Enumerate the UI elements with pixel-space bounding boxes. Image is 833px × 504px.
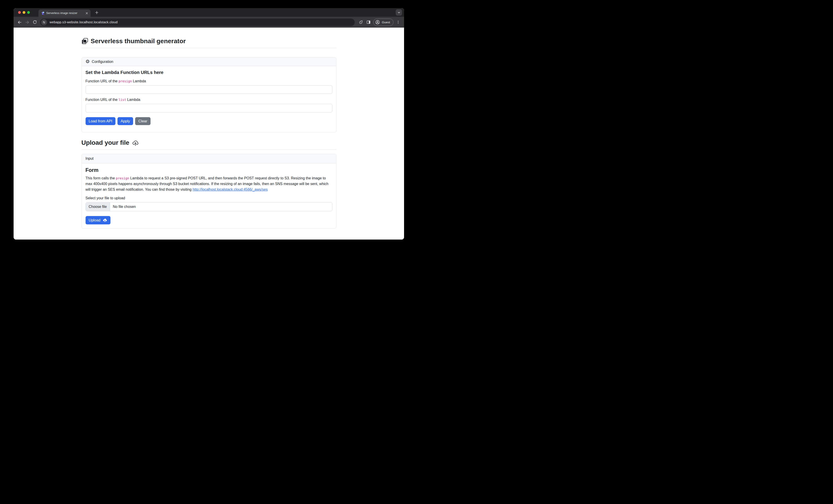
site-settings-icon[interactable]	[41, 19, 47, 25]
energy-saver-icon[interactable]	[357, 18, 365, 26]
window-controls	[14, 11, 32, 14]
profile-label: Guest	[382, 21, 390, 24]
favicon-localstack-icon	[41, 11, 44, 15]
cloud-upload-fill-icon	[102, 218, 107, 223]
ses-link[interactable]: http://localhost.localstack.cloud:4566/_…	[193, 187, 268, 192]
tab-search-chevron-button[interactable]	[396, 9, 402, 16]
url-text[interactable]: webapp.s3-website.localhost.localstack.c…	[50, 20, 118, 24]
new-tab-button[interactable]	[94, 9, 100, 16]
images-icon	[81, 38, 88, 45]
tab-close-icon[interactable]	[85, 11, 89, 15]
apply-button[interactable]: Apply	[118, 117, 133, 125]
browser-window: Serverless image resizer	[14, 8, 404, 240]
divider	[81, 48, 336, 48]
side-panel-icon[interactable]	[365, 18, 372, 26]
page-title: Serverless thumbnail generator	[81, 37, 336, 45]
presign-code: presign	[119, 79, 132, 83]
profile-button[interactable]: Guest	[373, 19, 394, 26]
maximize-window-button[interactable]	[27, 11, 30, 14]
list-url-input[interactable]	[86, 104, 332, 112]
cloud-upload-icon	[132, 140, 139, 146]
back-button[interactable]	[16, 18, 23, 26]
forward-button[interactable]	[23, 18, 31, 26]
reload-button[interactable]	[31, 18, 39, 26]
presign-url-input[interactable]	[86, 85, 332, 94]
menu-kebab-icon[interactable]	[394, 18, 402, 26]
upload-button[interactable]: Upload	[86, 216, 111, 224]
url-bar[interactable]: webapp.s3-website.localhost.localstack.c…	[40, 19, 355, 26]
load-from-api-button[interactable]: Load from API	[86, 117, 116, 125]
list-url-label: Function URL of the list Lambda	[86, 98, 332, 102]
file-input[interactable]: Choose file No file chosen	[86, 202, 332, 211]
upload-section-heading: Upload your file	[81, 139, 336, 146]
form-heading: Form	[86, 167, 332, 173]
configuration-card-header: ⚙ Configuration	[82, 57, 336, 66]
screenshot-root: Serverless image resizer	[0, 0, 416, 252]
config-buttons: Load from API Apply Clear	[86, 117, 332, 128]
form-description: This form calls the presign Lambda to re…	[86, 176, 332, 192]
tab-strip: Serverless image resizer	[14, 8, 404, 17]
active-tab[interactable]: Serverless image resizer	[39, 9, 91, 17]
file-select-label: Select your file to upload	[86, 196, 332, 200]
input-card-header: Input	[82, 154, 336, 163]
presign-url-label: Function URL of the presign Lambda	[86, 79, 332, 83]
browser-toolbar: webapp.s3-website.localhost.localstack.c…	[14, 17, 404, 28]
clear-button[interactable]: Clear	[135, 117, 150, 125]
page-content: Serverless thumbnail generator ⚙ Configu…	[14, 28, 404, 240]
file-chosen-text: No file chosen	[110, 202, 139, 211]
presign-code: presign	[116, 176, 129, 180]
close-window-button[interactable]	[18, 11, 21, 14]
gear-icon: ⚙	[86, 59, 90, 64]
tab-title: Serverless image resizer	[46, 11, 83, 15]
input-card: Input Form This form calls the presign L…	[81, 154, 336, 228]
minimize-window-button[interactable]	[23, 11, 25, 14]
configuration-card: ⚙ Configuration Set the Lambda Function …	[81, 57, 336, 132]
config-heading: Set the Lambda Function URLs here	[86, 70, 332, 75]
choose-file-button[interactable]: Choose file	[86, 202, 110, 211]
list-code: list	[119, 98, 126, 102]
